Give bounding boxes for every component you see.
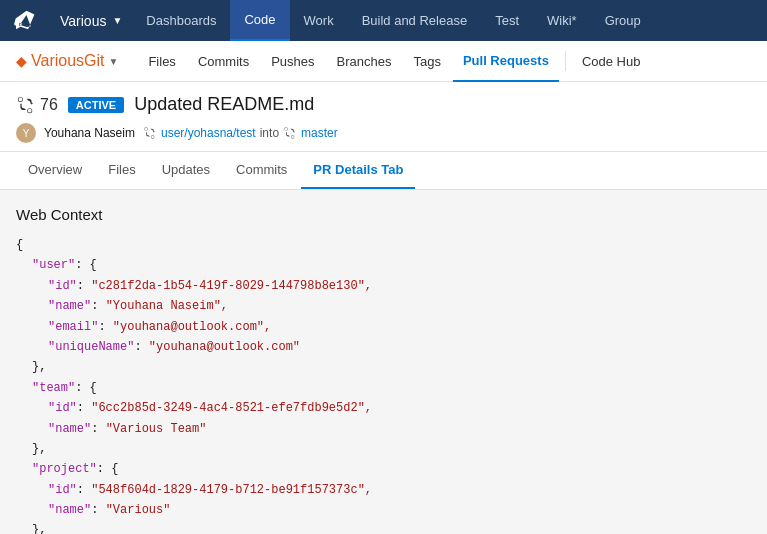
json-block: { "user": { "id": "c281f2da-1b54-419f-80…: [16, 235, 751, 534]
repo-nav-tags[interactable]: Tags: [403, 41, 450, 82]
pr-into-text: into: [260, 126, 279, 140]
repo-nav-commits[interactable]: Commits: [188, 41, 259, 82]
content-area: Web Context { "user": { "id": "c281f2da-…: [0, 190, 767, 534]
nav-item-work[interactable]: Work: [290, 0, 348, 41]
json-project-id: 548f604d-1829-4179-b712-be91f157373c: [98, 483, 357, 497]
tab-files[interactable]: Files: [96, 152, 147, 189]
pr-author-row: Y Youhana Naseim user/yohasna/test into …: [16, 123, 751, 143]
top-navigation: Various ▼ Dashboards Code Work Build and…: [0, 0, 767, 41]
repo-nav-pull-requests[interactable]: Pull Requests: [453, 41, 559, 82]
web-context-title: Web Context: [16, 206, 751, 223]
nav-divider: [565, 51, 566, 71]
nav-item-build-release[interactable]: Build and Release: [348, 0, 482, 41]
target-branch-icon: [283, 126, 297, 140]
json-project-name: Various: [113, 503, 163, 517]
tab-commits[interactable]: Commits: [224, 152, 299, 189]
pr-branch-info: user/yohasna/test into master: [143, 126, 338, 140]
tab-pr-details[interactable]: PR Details Tab: [301, 152, 415, 189]
json-user-id: c281f2da-1b54-419f-8029-144798b8e130: [98, 279, 357, 293]
pr-icon: 76: [16, 95, 58, 115]
repo-bar: ◆ VariousGit ▼ Files Commits Pushes Bran…: [0, 41, 767, 82]
repo-nav-branches[interactable]: Branches: [327, 41, 402, 82]
pr-title: Updated README.md: [134, 94, 314, 115]
branch-icon: [143, 126, 157, 140]
top-nav-items: Dashboards Code Work Build and Release T…: [132, 0, 767, 41]
repo-diamond-icon: ◆: [16, 53, 27, 69]
pr-target-branch[interactable]: master: [301, 126, 338, 140]
repo-nav: Files Commits Pushes Branches Tags Pull …: [138, 41, 650, 82]
project-name: Various: [60, 13, 106, 29]
json-team-name: Various Team: [113, 422, 199, 436]
repo-nav-pushes[interactable]: Pushes: [261, 41, 324, 82]
repo-nav-code-hub[interactable]: Code Hub: [572, 41, 651, 82]
nav-item-group[interactable]: Group: [591, 0, 655, 41]
tab-updates[interactable]: Updates: [150, 152, 222, 189]
nav-item-wiki[interactable]: Wiki*: [533, 0, 591, 41]
repo-nav-files[interactable]: Files: [138, 41, 185, 82]
pr-title-row: 76 ACTIVE Updated README.md: [16, 94, 751, 115]
nav-item-test[interactable]: Test: [481, 0, 533, 41]
project-selector[interactable]: Various ▼: [50, 0, 132, 41]
tab-overview[interactable]: Overview: [16, 152, 94, 189]
pr-status-badge: ACTIVE: [68, 97, 124, 113]
repo-name[interactable]: VariousGit: [31, 52, 105, 70]
json-user-email: youhana@outlook.com: [120, 320, 257, 334]
nav-item-dashboards[interactable]: Dashboards: [132, 0, 230, 41]
json-team-id: 6cc2b85d-3249-4ac4-8521-efe7fdb9e5d2: [98, 401, 357, 415]
project-chevron-icon: ▼: [112, 15, 122, 26]
nav-item-code[interactable]: Code: [230, 0, 289, 41]
pr-source-branch[interactable]: user/yohasna/test: [161, 126, 256, 140]
pr-number: 76: [40, 96, 58, 114]
json-user-name: Youhana Naseim: [113, 299, 214, 313]
app-logo[interactable]: [0, 0, 50, 41]
pr-header: 76 ACTIVE Updated README.md Y Youhana Na…: [0, 82, 767, 152]
repo-logo[interactable]: ◆ VariousGit ▼: [16, 52, 118, 70]
repo-chevron-icon: ▼: [109, 56, 119, 67]
pr-author-name: Youhana Naseim: [44, 126, 135, 140]
json-user-uniquename: youhana@outlook.com: [156, 340, 293, 354]
avatar: Y: [16, 123, 36, 143]
pr-tabs: Overview Files Updates Commits PR Detail…: [0, 152, 767, 190]
